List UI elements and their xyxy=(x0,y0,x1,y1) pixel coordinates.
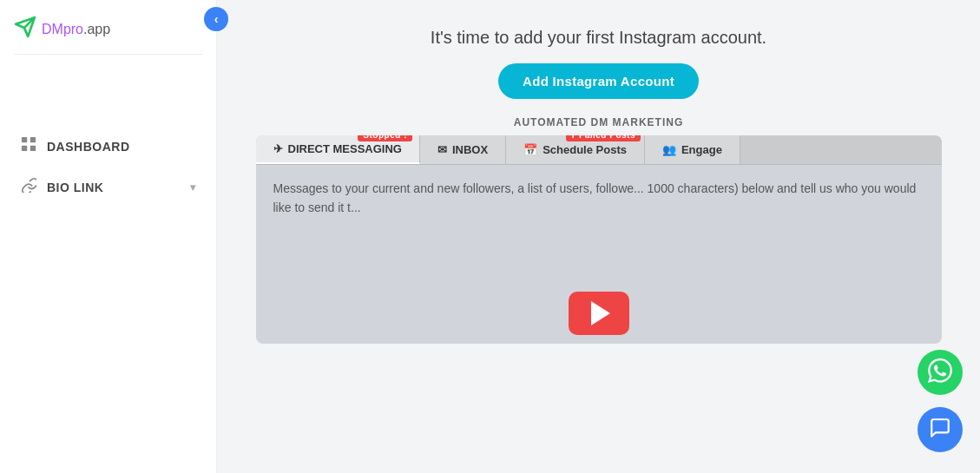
direct-messaging-icon: ✈ xyxy=(273,142,283,155)
promo-text: It's time to add your first Instagram ac… xyxy=(431,28,766,48)
logo-icon xyxy=(14,16,36,43)
promo-area: It's time to add your first Instagram ac… xyxy=(217,0,980,116)
chat-icon xyxy=(929,417,951,443)
video-body-text: Messages to your current and new followe… xyxy=(273,179,924,218)
schedule-posts-icon: 📅 xyxy=(523,143,537,156)
sidebar-item-bio-link-label: BIO LINK xyxy=(47,181,103,194)
play-triangle-icon xyxy=(591,301,610,325)
tab-direct-messaging[interactable]: ✈ DIRECT MESSAGING Stopped ! xyxy=(256,135,420,164)
sidebar-collapse-button[interactable]: ‹ xyxy=(204,7,228,31)
tab-inbox[interactable]: ✉ INBOX xyxy=(420,135,506,164)
svg-rect-3 xyxy=(30,146,36,151)
tab-inbox-label: INBOX xyxy=(452,143,488,156)
tab-schedule-posts[interactable]: 📅 Schedule Posts 7 Failed Posts xyxy=(506,135,645,164)
whatsapp-button[interactable] xyxy=(918,350,963,395)
sidebar-item-bio-link[interactable]: BIO LINK ▾ xyxy=(0,168,216,206)
dashboard-icon xyxy=(21,136,36,156)
svg-rect-1 xyxy=(30,137,36,142)
logo-dm: DM xyxy=(42,22,63,36)
play-button[interactable] xyxy=(569,292,629,335)
video-section: AUTOMATED DM MARKETING ✈ DIRECT MESSAGIN… xyxy=(217,116,980,473)
sidebar-divider xyxy=(14,54,202,55)
add-instagram-button[interactable]: Add Instagram Account xyxy=(498,63,699,99)
tab-engage[interactable]: 👥 Engage xyxy=(645,135,740,164)
engage-icon: 👥 xyxy=(662,143,676,156)
video-body: Messages to your current and new followe… xyxy=(256,165,942,232)
logo-app: app xyxy=(87,22,110,36)
stopped-badge: Stopped ! xyxy=(358,135,412,141)
bio-link-icon xyxy=(21,177,36,197)
logo-text: DMpro.app xyxy=(42,22,110,37)
svg-rect-0 xyxy=(22,137,27,142)
main-content: It's time to add your first Instagram ac… xyxy=(217,0,980,473)
section-label: AUTOMATED DM MARKETING xyxy=(514,116,684,128)
inbox-icon: ✉ xyxy=(437,143,447,156)
failed-posts-badge: 7 Failed Posts xyxy=(566,135,641,141)
logo-pro: pro xyxy=(63,22,83,36)
whatsapp-icon xyxy=(928,358,952,386)
video-card: ✈ DIRECT MESSAGING Stopped ! ✉ INBOX 📅 S… xyxy=(256,135,942,344)
sidebar-item-dashboard-label: DASHBOARD xyxy=(47,140,130,154)
sidebar: ‹ DMpro.app DASHBOARD xyxy=(0,0,217,473)
play-button-container xyxy=(256,292,942,344)
logo: DMpro.app xyxy=(0,0,216,54)
svg-rect-2 xyxy=(22,146,27,151)
tab-direct-messaging-label: DIRECT MESSAGING xyxy=(288,142,402,155)
video-tabs: ✈ DIRECT MESSAGING Stopped ! ✉ INBOX 📅 S… xyxy=(256,135,942,165)
sidebar-item-dashboard[interactable]: DASHBOARD xyxy=(0,128,216,165)
tab-engage-label: Engage xyxy=(681,143,722,156)
chat-button[interactable] xyxy=(918,407,963,452)
bio-link-arrow-icon: ▾ xyxy=(190,181,196,194)
tab-schedule-posts-label: Schedule Posts xyxy=(543,143,627,156)
sidebar-nav: DASHBOARD BIO LINK ▾ xyxy=(0,121,216,213)
